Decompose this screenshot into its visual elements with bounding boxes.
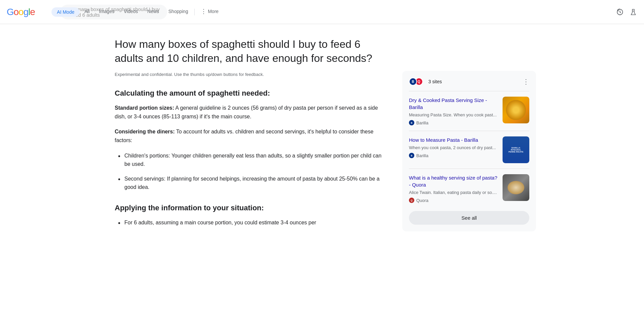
tab-news[interactable]: News: [143, 0, 164, 24]
sources-header: B Q 3 sites ⋮: [409, 78, 529, 86]
sources-sites-info: B Q 3 sites: [409, 78, 442, 86]
paragraph-standard-portions: Standard portion sizes: A general guidel…: [115, 104, 382, 121]
source-thumb-1: [503, 97, 529, 123]
header: Google How many boxes of spaghetti shoul…: [0, 0, 644, 24]
tab-all[interactable]: All: [80, 0, 94, 24]
source-title-3: What is a healthy serving size of pasta?…: [409, 174, 499, 188]
source-meta-2: B Barilla: [409, 153, 499, 158]
bold-label-2: Considering the diners:: [115, 129, 175, 134]
favicon-barilla-1: B: [409, 78, 417, 86]
tab-images[interactable]: Images: [94, 0, 119, 24]
sources-more-button[interactable]: ⋮: [523, 78, 529, 86]
source-name-3: Quora: [416, 198, 428, 203]
section-heading-2: Applying the information to your situati…: [115, 204, 382, 212]
see-all-button[interactable]: See all: [409, 211, 529, 225]
tab-news-label: News: [147, 9, 159, 14]
sites-count: 3 sites: [428, 79, 442, 84]
source-text-3: What is a healthy serving size of pasta?…: [409, 174, 499, 203]
source-favicon-2: B: [409, 153, 414, 158]
tab-images-label: Images: [99, 9, 114, 14]
main-content: How many boxes of spaghetti should I buy…: [55, 24, 589, 245]
source-favicon-1: B: [409, 120, 414, 125]
sources-card: B Q 3 sites ⋮ Dry & Cooked Pasta Serving…: [402, 71, 536, 231]
source-title-2: How to Measure Pasta - Barilla: [409, 136, 499, 143]
bullet-list-1: Children's portions: Younger children ge…: [115, 151, 382, 192]
article-content: How many boxes of spaghetti should I buy…: [115, 37, 382, 231]
header-right: [616, 8, 637, 16]
source-thumb-3: [503, 174, 529, 201]
google-logo: Google: [7, 7, 35, 17]
nav-separator: [194, 9, 195, 15]
source-title-1: Dry & Cooked Pasta Serving Size - Barill…: [409, 97, 499, 111]
more-label: More: [208, 9, 219, 14]
bold-label-1: Standard portion sizes:: [115, 105, 174, 111]
source-meta-1: B Barilla: [409, 120, 499, 125]
nav-tabs: AI Mode All Images Videos News Shopping …: [51, 0, 223, 24]
truncated-text: For 6 adults, assuming a main course por…: [124, 218, 316, 228]
source-text-2: How to Measure Pasta - Barilla When you …: [409, 136, 499, 158]
source-favicon-3: Q: [409, 198, 414, 203]
history-icon[interactable]: [616, 8, 624, 16]
tab-videos-label: Videos: [124, 9, 138, 14]
labs-icon[interactable]: [629, 8, 637, 16]
source-thumb-2: BARILLAINTEGRALPENNE RIGATE: [503, 136, 529, 163]
source-name-2: Barilla: [416, 153, 428, 158]
list-item-text: Children's portions: Younger children ge…: [124, 151, 382, 169]
list-item: Second servings: If planning for second …: [115, 175, 382, 192]
source-snippet-1: Measuring Pasta Size. When you cook past…: [409, 112, 499, 118]
sidebar: B Q 3 sites ⋮ Dry & Cooked Pasta Serving…: [402, 37, 536, 231]
tab-ai-mode-label: AI Mode: [57, 9, 74, 15]
tab-shopping-label: Shopping: [169, 9, 188, 14]
truncated-bullet: For 6 adults, assuming a main course por…: [115, 218, 382, 228]
tab-all-label: All: [84, 9, 90, 14]
logo-area: Google: [7, 7, 35, 17]
source-name-1: Barilla: [416, 120, 428, 125]
source-meta-3: Q Quora: [409, 198, 499, 203]
paragraph-considering-diners: Considering the diners: To account for a…: [115, 127, 382, 144]
source-snippet-3: Alice Twain. Italian, eating pasta daily…: [409, 190, 499, 196]
tab-more[interactable]: ⋮ More: [196, 0, 223, 24]
experimental-notice: Experimental and confidential. Use the t…: [115, 72, 382, 77]
bullet-bold-1: Children's portions:: [124, 153, 170, 158]
question-title: How many boxes of spaghetti should I buy…: [115, 37, 382, 65]
source-item-2[interactable]: How to Measure Pasta - Barilla When you …: [409, 131, 529, 169]
more-dots-icon: ⋮: [201, 8, 207, 15]
tab-shopping[interactable]: Shopping: [164, 0, 193, 24]
source-text-1: Dry & Cooked Pasta Serving Size - Barill…: [409, 97, 499, 125]
section-heading-1: Calculating the amount of spaghetti need…: [115, 89, 382, 98]
bullet-bold-2: Second servings:: [124, 176, 166, 182]
list-item: Children's portions: Younger children ge…: [115, 151, 382, 169]
list-item-text: Second servings: If planning for second …: [124, 175, 382, 192]
source-item-3[interactable]: What is a healthy serving size of pasta?…: [409, 169, 529, 208]
tab-videos[interactable]: Videos: [119, 0, 143, 24]
site-favicons: B Q: [409, 78, 423, 86]
source-snippet-2: When you cook pasta, 2 ounces of dry pas…: [409, 145, 499, 151]
tab-ai-mode[interactable]: AI Mode: [51, 7, 80, 17]
source-item-1[interactable]: Dry & Cooked Pasta Serving Size - Barill…: [409, 91, 529, 131]
